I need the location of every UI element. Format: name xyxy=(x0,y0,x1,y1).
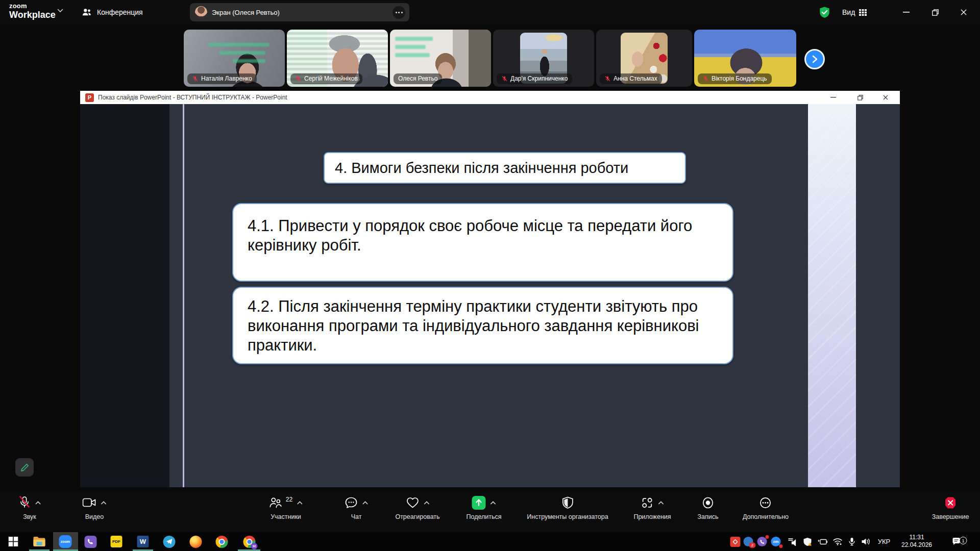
tray-viber-icon[interactable] xyxy=(755,535,769,548)
chevron-up-icon[interactable] xyxy=(35,501,41,505)
participant-tile[interactable]: Анна Стельмах xyxy=(596,30,692,87)
zoom-app-icon[interactable]: zoom xyxy=(59,535,72,548)
tray-mic-icon[interactable] xyxy=(845,535,859,548)
tray-zoom-icon[interactable]: zm xyxy=(769,535,783,548)
chrome-icon[interactable] xyxy=(215,535,229,548)
participants-button[interactable]: 22 Участники xyxy=(269,495,303,520)
reactions-button[interactable]: Отреагировать xyxy=(395,495,439,520)
participant-name-pill: Наталія Лавренко xyxy=(187,73,257,84)
chevron-up-icon[interactable] xyxy=(101,501,107,505)
slide-text-box-1: 4.1. Привести у порядок своє робоче місц… xyxy=(232,203,733,282)
ppt-window-title: Показ слайдів PowerPoint - ВСТУПНИЙ ІНСТ… xyxy=(98,94,287,101)
slide-item-2: 4.2. Після закінчення терміну практики с… xyxy=(248,297,699,354)
pdf-app-icon[interactable]: PDF xyxy=(110,535,124,548)
heart-icon xyxy=(406,496,419,509)
word-icon[interactable]: W xyxy=(136,535,150,548)
restore-button[interactable] xyxy=(929,6,941,18)
viber-icon[interactable] xyxy=(84,535,97,548)
chevron-up-icon[interactable] xyxy=(491,501,496,505)
windows-taskbar: zoom PDF W H xyxy=(0,532,980,551)
zoom-workplace-logo: zoom Workplace xyxy=(9,3,56,19)
end-meeting-label: Завершение xyxy=(932,513,969,520)
start-button[interactable] xyxy=(7,535,20,548)
view-button[interactable]: Вид xyxy=(842,0,867,24)
chevron-up-icon[interactable] xyxy=(297,501,303,505)
minimize-button[interactable] xyxy=(900,6,912,18)
avatar xyxy=(195,6,207,18)
host-tools-button[interactable]: Инструменты организатора xyxy=(527,495,608,520)
chevron-up-icon[interactable] xyxy=(658,501,664,505)
end-meeting-button[interactable]: Завершение xyxy=(932,495,969,520)
ppt-restore-button xyxy=(851,91,869,104)
video-button[interactable]: Видео xyxy=(83,495,107,520)
chat-label: Чат xyxy=(351,513,362,520)
chat-button[interactable]: Чат xyxy=(345,495,368,520)
host-tools-label: Инструменты организатора xyxy=(527,513,608,520)
more-options-icon[interactable] xyxy=(393,6,405,19)
slide-heading-box: 4. Вимоги безпеки після закінчення робот… xyxy=(324,152,686,184)
slide-area: 4. Вимоги безпеки після закінчення робот… xyxy=(80,104,900,487)
more-label: Дополнительно xyxy=(743,513,789,520)
logo-workplace-text: Workplace xyxy=(9,10,56,19)
volume-mixer-icon[interactable] xyxy=(786,535,799,548)
participant-video-active-speaker[interactable]: Олеся Ревтьо xyxy=(390,30,491,87)
record-label: Запись xyxy=(697,513,718,520)
battery-icon[interactable] xyxy=(816,535,829,548)
apps-button[interactable]: Приложения xyxy=(633,495,671,520)
firefox-icon[interactable] xyxy=(189,535,203,548)
tab-screen-share[interactable]: Экран (Олеся Ревтьо) xyxy=(190,3,409,21)
slide-heading: 4. Вимоги безпеки після закінчення робот… xyxy=(335,160,628,177)
share-screen-label: Поделиться xyxy=(466,513,501,520)
participant-video[interactable]: Сергій Межейніков xyxy=(287,30,388,87)
app-titlebar: zoom Workplace Конференция Экран (Олеся … xyxy=(0,0,980,24)
chevron-up-icon[interactable] xyxy=(424,501,429,505)
participant-name: Дар'я Скрипниченко xyxy=(510,75,568,82)
ppt-minimize-button xyxy=(824,91,842,104)
tray-app-icon[interactable] xyxy=(728,535,742,548)
participant-name-pill: Вікторія Бондарець xyxy=(698,73,772,84)
share-screen-button[interactable]: Поделиться xyxy=(466,495,501,520)
zoom-meeting-window: zoom Workplace Конференция Экран (Олеся … xyxy=(0,0,980,551)
mic-muted-icon xyxy=(604,76,611,82)
ppt-titlebar: P Показ слайдів PowerPoint - ВСТУПНИЙ ІН… xyxy=(80,91,900,104)
audio-button[interactable]: Звук xyxy=(18,495,41,520)
record-icon xyxy=(701,496,714,509)
record-button[interactable]: Запись xyxy=(697,495,718,520)
participant-tile[interactable]: Дар'я Скрипниченко xyxy=(493,30,594,87)
participant-name: Анна Стельмах xyxy=(614,75,657,82)
wifi-icon[interactable] xyxy=(831,535,845,548)
slide-right-decoration xyxy=(808,104,856,487)
logo-zoom-text: zoom xyxy=(9,3,56,9)
grid-view-icon xyxy=(859,9,867,16)
slide-left-accent-line xyxy=(183,104,184,487)
chevron-down-icon[interactable] xyxy=(57,9,63,13)
next-participants-button[interactable] xyxy=(804,49,825,69)
video-label: Видео xyxy=(85,513,104,520)
mic-muted-icon xyxy=(18,496,31,509)
taskbar-date: 22.04.2026 xyxy=(894,541,939,549)
telegram-icon[interactable] xyxy=(162,535,176,548)
annotate-pencil-button[interactable] xyxy=(15,458,34,477)
language-indicator[interactable]: УКР xyxy=(874,532,894,551)
chrome-profile-icon[interactable]: H xyxy=(242,535,256,548)
speaker-icon[interactable] xyxy=(859,535,873,548)
mic-muted-icon xyxy=(702,76,709,82)
ppt-close-button xyxy=(877,91,894,104)
participant-name: Олеся Ревтьо xyxy=(398,75,437,82)
security-shield-icon[interactable] xyxy=(819,0,830,24)
file-explorer-icon[interactable] xyxy=(33,535,46,548)
reactions-label: Отреагировать xyxy=(395,513,439,520)
participant-video[interactable]: Наталія Лавренко xyxy=(184,30,285,87)
participant-name: Наталія Лавренко xyxy=(201,75,252,82)
taskbar-clock[interactable]: 11:31 22.04.2026 xyxy=(894,534,939,549)
tab-conference[interactable]: Конференция xyxy=(77,0,148,24)
more-button[interactable]: Дополнительно xyxy=(743,495,789,520)
defender-icon[interactable] xyxy=(801,535,815,548)
tray-app-icon[interactable]: 2 xyxy=(742,535,755,548)
chevron-up-icon[interactable] xyxy=(362,501,368,505)
mic-muted-icon xyxy=(501,76,508,82)
close-button[interactable] xyxy=(958,6,970,18)
participant-video[interactable]: Вікторія Бондарець xyxy=(694,30,796,87)
notifications-icon[interactable]: 1 xyxy=(950,535,964,548)
mic-muted-icon xyxy=(192,76,199,82)
